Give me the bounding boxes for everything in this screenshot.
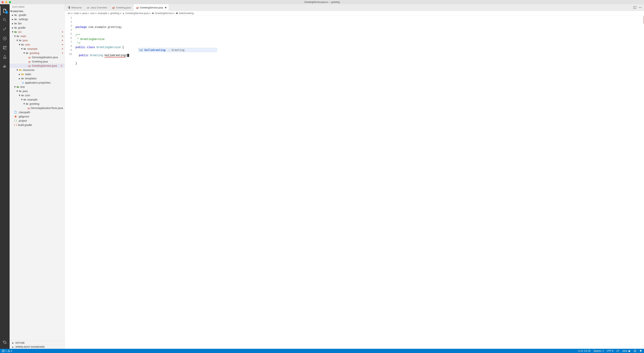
tree-section-header[interactable]: ▶ GREETING	[10, 10, 64, 13]
editor-body[interactable]: 12345678910 package com.example.greeting…	[65, 16, 644, 349]
chevron-right-icon: ▶	[12, 346, 14, 348]
twisty-icon: ▶	[16, 39, 18, 42]
tabs-actions	[631, 4, 644, 11]
breadcrumb-item[interactable]: greeting	[110, 12, 119, 15]
file-icon	[14, 111, 17, 114]
twisty-icon: ▶	[18, 78, 21, 80]
java-file-icon	[28, 64, 31, 67]
tree-row[interactable]: ▶java	[10, 89, 64, 93]
status-feedback[interactable]	[634, 349, 636, 352]
breadcrumb-item[interactable]: main	[74, 12, 79, 15]
editor-tab[interactable]: GreetingService.java	[134, 4, 169, 11]
editor-tab[interactable]: Greeting.java	[110, 4, 133, 11]
tree-row[interactable]: .classpath	[10, 110, 64, 114]
breadcrumb-item[interactable]: helloGreeting	[176, 12, 194, 15]
config-file-icon	[14, 119, 17, 122]
breadcrumb-label: java	[82, 12, 87, 15]
breadcrumb-item[interactable]: src	[68, 12, 71, 15]
debug-activity[interactable]	[0, 34, 10, 43]
intellisense-popup[interactable]: [◉]helloGreeting : Greeting	[138, 48, 217, 52]
sidebar-header: EXPLORER	[10, 4, 64, 10]
tree-row[interactable]: GreetingService.java1	[10, 64, 64, 68]
status-line-col[interactable]: Ln 8, Col 33	[578, 349, 590, 352]
tree-row[interactable]: DemoApplicationTests.java	[10, 106, 64, 110]
tree-row[interactable]: application.properties	[10, 81, 64, 85]
editor-tab[interactable]: Welcome	[65, 4, 84, 11]
test-activity[interactable]	[0, 52, 10, 62]
window-maximize-button[interactable]	[9, 1, 11, 3]
code-line	[76, 58, 644, 62]
explorer-activity[interactable]: 1	[0, 6, 10, 15]
breadcrumb-label: GreetingService	[155, 12, 173, 15]
tree-row[interactable]: ▶example	[10, 98, 64, 102]
outline-section[interactable]: ▶ OUTLINE	[10, 341, 64, 345]
tree-item-label: com	[25, 94, 30, 97]
window-minimize-button[interactable]	[5, 1, 7, 3]
tree-item-label: .project	[18, 119, 27, 122]
docker-activity[interactable]	[0, 62, 10, 71]
tree-row[interactable]: ▶bin	[10, 21, 64, 26]
tree-row[interactable]: ▶java	[10, 38, 64, 43]
status-language[interactable]: Java	[622, 349, 630, 352]
tree-row[interactable]: ▶main	[10, 34, 64, 38]
tree-row[interactable]: ▶gradle	[10, 26, 64, 30]
tree-row[interactable]: ▶.settings	[10, 17, 64, 21]
breadcrumb-item[interactable]: java	[82, 12, 87, 15]
tree-row[interactable]: ▶templates	[10, 76, 64, 81]
more-actions-icon[interactable]	[638, 6, 642, 9]
tree-row[interactable]: ▶com	[10, 93, 64, 98]
springboot-section[interactable]: ▶ SPRING-BOOT DASHBOARD	[10, 345, 64, 349]
status-spaces[interactable]: Spaces: 2	[594, 349, 604, 352]
status-errors[interactable]: 1 0	[2, 349, 12, 352]
java-file-icon	[28, 56, 31, 59]
tree-row[interactable]: ▶src	[10, 30, 64, 34]
twisty-icon: ▶	[14, 35, 16, 37]
tree-row[interactable]: ▶example	[10, 47, 64, 51]
language-label: Java	[622, 349, 627, 352]
tree-row[interactable]: ▶.gradle	[10, 13, 64, 17]
breadcrumb-item[interactable]: GreetingService	[152, 12, 173, 15]
tree-row[interactable]: ▶test	[10, 85, 64, 89]
folder-icon	[18, 69, 22, 71]
breadcrumb-item[interactable]: example	[98, 12, 107, 15]
traffic-lights	[2, 1, 11, 3]
twisty-icon: ▶	[23, 103, 25, 105]
status-encoding[interactable]: UTF-8	[607, 349, 614, 352]
tree-row[interactable]: ▶resources	[10, 68, 64, 72]
line-number: 2	[65, 20, 76, 24]
tree-item-label: .gitignore	[18, 115, 29, 118]
tree-row[interactable]: ▶com	[10, 43, 64, 47]
search-activity[interactable]	[0, 15, 10, 25]
tree-item-label: example	[27, 47, 38, 50]
svg-point-3	[639, 7, 640, 8]
code-line: /**	[76, 33, 644, 37]
tree-row[interactable]: ▶greeting	[10, 51, 64, 55]
tree-row[interactable]: .gitignore	[10, 114, 64, 119]
tree-row[interactable]: ▶greeting	[10, 102, 64, 106]
split-editor-icon[interactable]	[633, 6, 636, 9]
line-number: 9	[65, 48, 76, 52]
line-number: 5	[65, 32, 76, 36]
twisty-icon: ▶	[16, 69, 18, 71]
breadcrumb-item[interactable]: GreetingService.java	[122, 12, 149, 15]
settings-activity[interactable]	[0, 338, 10, 347]
breadcrumb-label: GreetingService.java	[126, 12, 149, 15]
tab-label: GreetingService.java	[140, 6, 163, 9]
tree-row[interactable]: .project	[10, 119, 64, 123]
tree-row[interactable]: DemoApplication.java	[10, 55, 64, 59]
tree-row[interactable]: Greeting.java	[10, 59, 64, 64]
status-notifications[interactable]	[640, 349, 642, 352]
tree-row[interactable]: ▶static	[10, 72, 64, 76]
window-close-button[interactable]	[2, 1, 4, 3]
status-eol[interactable]: LF	[616, 349, 619, 352]
svg-point-11	[635, 350, 636, 351]
extensions-activity[interactable]	[0, 43, 10, 52]
breadcrumb-item[interactable]: com	[90, 12, 95, 15]
twisty-icon: ▶	[12, 23, 14, 25]
java-file-icon	[28, 60, 31, 63]
code-content[interactable]: package com.example.greeting;/** * Greet…	[76, 16, 644, 349]
folder-icon	[25, 103, 29, 105]
scm-activity[interactable]	[0, 25, 10, 34]
tree-row[interactable]: build.gradle	[10, 123, 64, 127]
editor-tab[interactable]: Java Overview	[84, 4, 110, 11]
